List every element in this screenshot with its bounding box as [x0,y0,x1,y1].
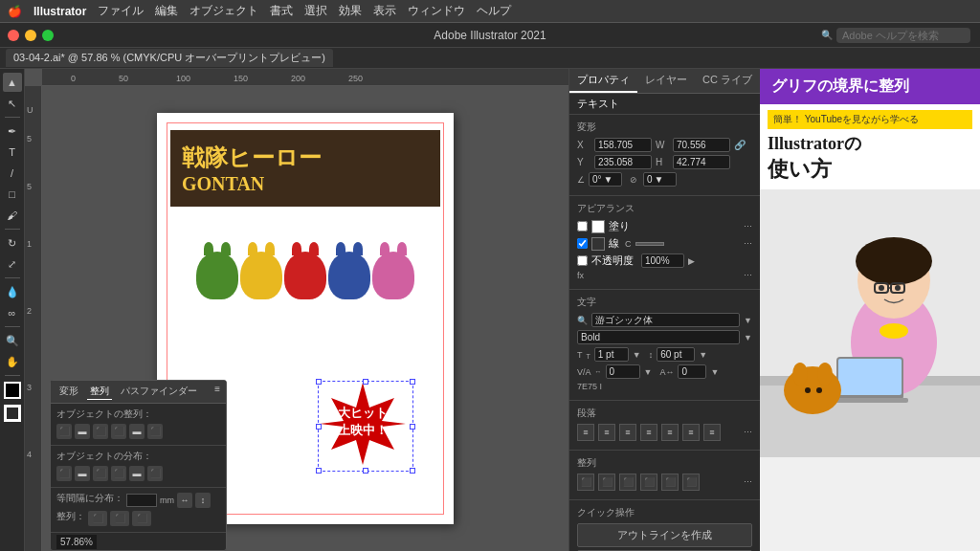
scale-tool[interactable]: ⤢ [3,254,22,274]
align-bottom-btn[interactable]: ⬛ [147,424,163,439]
apple-menu[interactable]: 🍎 [8,5,22,18]
equal-dist-input[interactable] [126,494,157,507]
outline-button[interactable]: アウトラインを作成 [577,523,752,547]
opacity-checkbox[interactable] [577,255,588,266]
select-tool[interactable]: ▲ [3,73,22,92]
menu-view[interactable]: 表示 [373,3,396,19]
tab-transform[interactable]: 変形 [56,384,81,400]
dist-bottom-btn[interactable]: ⬛ [147,466,163,481]
line-tool[interactable]: / [3,164,22,183]
fx-menu-icon[interactable]: ⋯ [744,271,752,280]
menu-file[interactable]: ファイル [98,3,144,19]
selection-handle-mr[interactable] [410,424,415,430]
align-top-btn[interactable]: ⬛ [111,424,126,439]
tab-layers[interactable]: レイヤー [637,69,695,93]
para-menu-icon[interactable]: ⋯ [744,428,752,437]
tab-properties[interactable]: プロパティ [569,69,637,93]
type-tool[interactable]: T [3,143,22,162]
para-align-left[interactable]: ≡ [577,424,594,441]
para-justify-last-left[interactable]: ≡ [661,424,679,441]
font-style-dropdown-icon[interactable]: ▼ [744,333,752,342]
leading-dropdown-icon[interactable]: ▼ [699,350,707,360]
pen-tool[interactable]: ✒ [3,121,22,141]
stroke-color[interactable] [4,405,21,422]
kerning-input[interactable] [606,364,640,379]
font-size-input[interactable] [594,347,629,362]
tab-cc-libraries[interactable]: CC ライブ [695,69,760,93]
minimize-button[interactable] [25,30,36,41]
blend-tool[interactable]: ∞ [3,303,22,322]
angle-input[interactable]: 0° ▼ [589,172,622,187]
align-h-center[interactable]: ⬛ [598,474,615,491]
align-bottom-edge[interactable]: ⬛ [682,474,700,491]
canvas-area[interactable]: 0 50 100 150 200 250 U 5 5 1 2 3 4 戦隊ヒーロ… [25,69,568,551]
equal-dist-v-btn[interactable]: ↕ [195,493,211,508]
stroke-checkbox[interactable] [577,238,588,249]
tracking-dropdown-icon[interactable]: ▼ [710,367,719,377]
x-input[interactable] [594,138,652,152]
hand-tool[interactable]: ✋ [3,352,22,371]
fullscreen-button[interactable] [42,30,54,41]
font-family-input[interactable] [591,313,740,327]
para-justify[interactable]: ≡ [640,424,657,441]
equal-dist-h-btn[interactable]: ↔ [177,493,192,508]
menu-type[interactable]: 書式 [270,3,293,19]
align-left-btn[interactable]: ⬛ [56,424,72,439]
para-align-center[interactable]: ≡ [598,424,615,441]
para-justify-all[interactable]: ≡ [703,424,721,441]
menu-object[interactable]: オブジェクト [189,3,258,19]
tab-align[interactable]: 整列 [87,384,112,400]
menu-select[interactable]: 選択 [304,3,327,19]
font-style-input[interactable] [577,330,740,344]
tab-pathfinder[interactable]: パスファインダー [118,384,200,400]
para-align-right[interactable]: ≡ [619,424,636,441]
close-button[interactable] [8,30,19,41]
stroke-menu-icon[interactable]: ⋯ [744,239,752,249]
leading-input[interactable] [657,347,695,362]
rotate-tool[interactable]: ↻ [3,233,22,253]
document-tab[interactable]: 03-04-2.ai* @ 57.86 % (CMYK/CPU オーバープリント… [6,49,333,67]
link-icon[interactable]: 🔗 [734,140,746,150]
align-to-btn-3[interactable]: ⬛ [132,511,151,526]
align-center-h-btn[interactable]: ▬ [75,424,90,439]
tracking-input[interactable] [678,364,706,379]
stroke-color-box[interactable] [591,237,605,251]
dist-center-h-btn[interactable]: ▬ [75,466,90,481]
font-dropdown-icon[interactable]: ▼ [744,316,752,325]
dist-center-v-btn[interactable]: ▬ [129,466,145,481]
angle-dropdown-icon[interactable]: ▼ [604,174,613,185]
selection-handle-tr[interactable] [410,379,415,385]
zoom-tool[interactable]: 🔍 [3,331,22,350]
align-center-v-btn[interactable]: ▬ [129,424,145,439]
w-input[interactable] [673,138,730,152]
shear-input[interactable]: 0 ▼ [643,172,677,187]
fill-color[interactable] [4,382,21,399]
menu-effect[interactable]: 効果 [339,3,362,19]
dist-left-btn[interactable]: ⬛ [56,466,72,481]
align-right-edge[interactable]: ⬛ [619,474,636,491]
selection-handle-bm[interactable] [363,468,368,474]
align-right-btn[interactable]: ⬛ [93,424,108,439]
menu-help[interactable]: ヘルプ [477,3,511,19]
align-to-btn-2[interactable]: ⬛ [110,511,129,526]
brush-tool[interactable]: 🖌 [3,206,22,225]
selection-handle-br[interactable] [410,468,415,474]
shape-tool[interactable]: □ [3,185,22,204]
h-input[interactable] [673,155,730,169]
align-menu-icon[interactable]: ⋯ [744,477,752,487]
direct-select-tool[interactable]: ↖ [3,94,22,113]
dist-top-btn[interactable]: ⬛ [111,466,126,481]
selection-handle-bl[interactable] [316,468,322,474]
opacity-input[interactable] [641,253,684,268]
align-to-btn-1[interactable]: ⬛ [88,511,107,526]
align-v-center[interactable]: ⬛ [661,474,679,491]
menu-edit[interactable]: 編集 [155,3,178,19]
fill-color-box[interactable] [591,220,605,233]
y-input[interactable] [594,155,652,169]
align-top-edge[interactable]: ⬛ [640,474,657,491]
opacity-slider-icon[interactable]: ▶ [688,256,695,266]
eyedropper-tool[interactable]: 💧 [3,282,22,301]
panel-menu-icon[interactable]: ≡ [214,384,220,400]
dist-right-btn[interactable]: ⬛ [93,466,108,481]
shear-dropdown-icon[interactable]: ▼ [655,174,664,185]
